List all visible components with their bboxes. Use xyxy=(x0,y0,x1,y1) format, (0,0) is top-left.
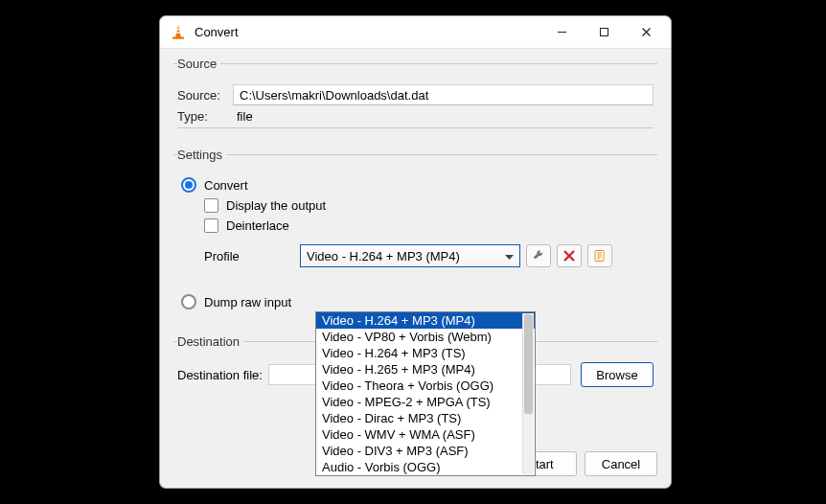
profile-option[interactable]: Video - Dirac + MP3 (TS) xyxy=(316,410,535,426)
convert-radio[interactable]: Convert xyxy=(181,177,654,193)
settings-group: Settings Convert Display the output Dein… xyxy=(173,148,657,323)
svg-rect-3 xyxy=(600,29,608,36)
profile-option[interactable]: Video - MPEG-2 + MPGA (TS) xyxy=(316,394,535,410)
minimize-button[interactable] xyxy=(540,18,583,47)
scrollbar-thumb[interactable] xyxy=(524,314,533,414)
window-title: Convert xyxy=(195,25,540,39)
source-legend: Source xyxy=(177,57,220,71)
destination-legend: Destination xyxy=(177,334,243,349)
source-path[interactable]: C:\Users\makri\Downloads\dat.dat xyxy=(233,84,654,105)
dump-raw-label: Dump raw input xyxy=(204,295,291,309)
checkbox-icon xyxy=(204,218,218,233)
delete-icon xyxy=(563,250,575,262)
convert-radio-label: Convert xyxy=(204,178,248,193)
profile-option[interactable]: Video - DIV3 + MP3 (ASF) xyxy=(316,443,535,459)
browse-button-label: Browse xyxy=(596,368,637,382)
new-profile-button[interactable] xyxy=(587,244,612,267)
delete-profile-button[interactable] xyxy=(557,244,582,267)
profile-option[interactable]: Video - WMV + WMA (ASF) xyxy=(316,426,535,443)
svg-rect-0 xyxy=(176,29,181,30)
svg-rect-1 xyxy=(175,32,181,33)
profile-option[interactable]: Audio - Vorbis (OGG) xyxy=(316,459,535,475)
type-value: file xyxy=(233,109,253,124)
svg-rect-2 xyxy=(172,36,184,38)
cancel-button-label: Cancel xyxy=(602,457,640,471)
display-output-label: Display the output xyxy=(226,198,326,213)
radio-unselected-icon xyxy=(181,294,196,309)
radio-selected-icon xyxy=(181,177,196,193)
profile-combobox[interactable]: Video - H.264 + MP3 (MP4) xyxy=(300,244,520,267)
profile-option[interactable]: Video - H.265 + MP3 (MP4) xyxy=(316,361,535,378)
profile-option[interactable]: Video - Theora + Vorbis (OGG) xyxy=(316,378,535,394)
edit-profile-button[interactable] xyxy=(526,244,551,267)
profile-selected-value: Video - H.264 + MP3 (MP4) xyxy=(307,249,460,263)
dump-raw-radio[interactable]: Dump raw input xyxy=(181,294,654,309)
display-output-checkbox[interactable]: Display the output xyxy=(204,198,654,213)
titlebar: Convert xyxy=(160,16,671,49)
settings-legend: Settings xyxy=(177,148,226,162)
source-group: Source Source: C:\Users\makri\Downloads\… xyxy=(173,57,657,136)
source-label: Source: xyxy=(177,88,233,103)
browse-button[interactable]: Browse xyxy=(581,362,654,387)
cancel-button[interactable]: Cancel xyxy=(585,451,657,476)
profile-option[interactable]: Video - H.264 + MP3 (TS) xyxy=(316,345,535,361)
wrench-icon xyxy=(532,249,545,263)
maximize-button[interactable] xyxy=(583,18,625,47)
profile-dropdown-list[interactable]: Video - H.264 + MP3 (MP4) Video - VP80 +… xyxy=(315,311,536,476)
type-label: Type: xyxy=(177,109,233,124)
profile-label: Profile xyxy=(204,249,300,263)
chevron-down-icon xyxy=(505,249,514,263)
profile-option[interactable]: Video - VP80 + Vorbis (Webm) xyxy=(316,329,535,345)
destination-file-label: Destination file: xyxy=(177,368,263,382)
new-profile-icon xyxy=(593,249,607,263)
dropdown-scrollbar[interactable] xyxy=(522,313,534,474)
deinterlace-label: Deinterlace xyxy=(226,218,289,233)
vlc-cone-icon xyxy=(170,24,187,41)
svg-rect-4 xyxy=(595,251,604,262)
close-button[interactable] xyxy=(625,18,667,47)
profile-option[interactable]: Video - H.264 + MP3 (MP4) xyxy=(316,312,535,329)
deinterlace-checkbox[interactable]: Deinterlace xyxy=(204,218,654,233)
checkbox-icon xyxy=(204,198,218,213)
